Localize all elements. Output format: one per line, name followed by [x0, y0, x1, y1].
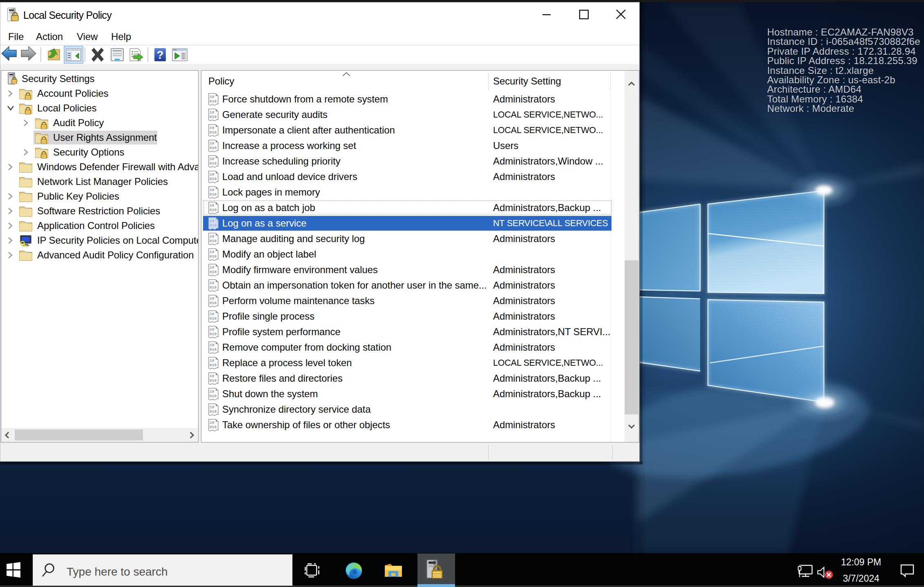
svg-text:10: 10 [210, 327, 214, 332]
svg-text:010: 010 [210, 425, 216, 429]
svg-text:010: 010 [210, 285, 216, 290]
svg-text:010: 010 [210, 192, 216, 197]
svg-text:010: 010 [210, 363, 216, 367]
svg-text:10: 10 [210, 312, 214, 316]
svg-text:10: 10 [210, 265, 214, 270]
svg-text:10: 10 [210, 172, 214, 177]
svg-text:10: 10 [210, 234, 214, 239]
svg-text:010: 010 [210, 301, 216, 305]
svg-text:?: ? [157, 49, 164, 61]
svg-text:010: 010 [210, 316, 216, 321]
svg-text:10: 10 [210, 157, 214, 161]
svg-text:010: 010 [210, 394, 216, 398]
svg-text:010: 010 [210, 239, 216, 243]
svg-text:010: 010 [210, 409, 216, 414]
svg-text:10: 10 [210, 281, 214, 285]
svg-text:10: 10 [210, 250, 214, 254]
svg-text:10: 10 [210, 389, 214, 394]
svg-text:10: 10 [210, 141, 214, 146]
svg-text:010: 010 [210, 223, 216, 228]
svg-text:010: 010 [210, 347, 216, 352]
svg-text:10: 10 [210, 203, 214, 208]
svg-text:10: 10 [210, 374, 214, 378]
svg-text:010: 010 [210, 130, 216, 135]
svg-text:010: 010 [210, 378, 216, 383]
svg-text:10: 10 [210, 420, 214, 425]
svg-text:010: 010 [210, 115, 216, 119]
svg-text:10: 10 [210, 219, 214, 223]
svg-text:010: 010 [210, 99, 216, 104]
svg-text:010: 010 [210, 208, 216, 212]
svg-text:010: 010 [210, 332, 216, 336]
svg-text:010: 010 [210, 177, 216, 181]
svg-text:10: 10 [210, 126, 214, 130]
svg-text:10: 10 [210, 95, 214, 99]
svg-text:010: 010 [210, 270, 216, 274]
svg-text:10: 10 [210, 296, 214, 301]
svg-text:10: 10 [210, 110, 214, 115]
svg-text:10: 10 [210, 405, 214, 409]
svg-text:10: 10 [210, 358, 214, 363]
svg-text:10: 10 [210, 188, 214, 192]
svg-text:010: 010 [210, 161, 216, 166]
svg-text:010: 010 [210, 146, 216, 150]
svg-text:010: 010 [210, 254, 216, 259]
svg-text:10: 10 [210, 343, 214, 347]
